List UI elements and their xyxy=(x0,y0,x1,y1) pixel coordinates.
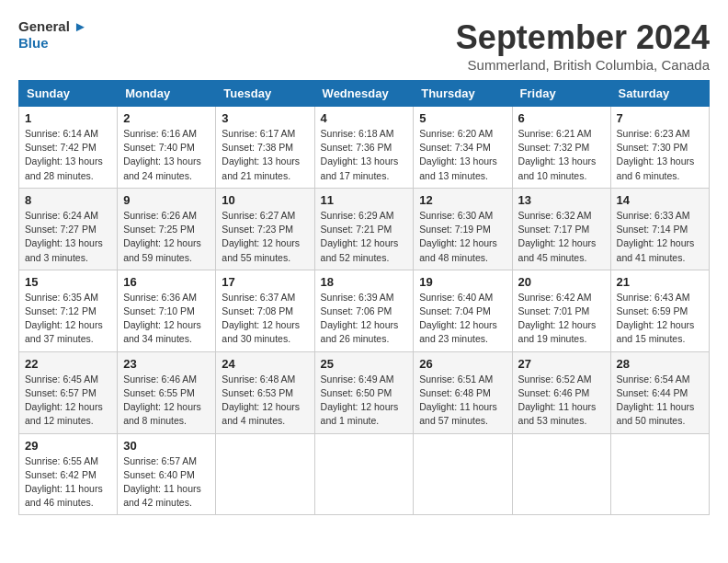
day-info: Sunrise: 6:32 AMSunset: 7:17 PMDaylight:… xyxy=(518,209,605,265)
day-info: Sunrise: 6:54 AMSunset: 6:44 PMDaylight:… xyxy=(617,373,703,429)
day-info: Sunrise: 6:57 AMSunset: 6:40 PMDaylight:… xyxy=(123,454,210,511)
day-info: Sunrise: 6:29 AMSunset: 7:21 PMDaylight:… xyxy=(321,209,408,265)
day-number: 1 xyxy=(25,111,111,125)
col-header-thursday: Thursday xyxy=(414,81,512,107)
calendar-cell: 12Sunrise: 6:30 AMSunset: 7:19 PMDayligh… xyxy=(414,188,512,270)
calendar-cell: 18Sunrise: 6:39 AMSunset: 7:06 PMDayligh… xyxy=(314,270,414,351)
calendar-cell: 20Sunrise: 6:42 AMSunset: 7:01 PMDayligh… xyxy=(512,270,610,351)
calendar-cell: 15Sunrise: 6:35 AMSunset: 7:12 PMDayligh… xyxy=(19,270,118,351)
day-info: Sunrise: 6:37 AMSunset: 7:08 PMDaylight:… xyxy=(222,291,308,347)
day-info: Sunrise: 6:23 AMSunset: 7:30 PMDaylight:… xyxy=(617,127,703,183)
logo-text: General ► Blue xyxy=(18,18,87,52)
day-number: 29 xyxy=(25,439,111,453)
col-header-sunday: Sunday xyxy=(19,81,118,107)
calendar-cell: 23Sunrise: 6:46 AMSunset: 6:55 PMDayligh… xyxy=(118,351,216,433)
calendar-cell: 22Sunrise: 6:45 AMSunset: 6:57 PMDayligh… xyxy=(19,351,118,433)
day-number: 24 xyxy=(222,357,308,371)
day-number: 25 xyxy=(321,357,408,371)
calendar-cell: 13Sunrise: 6:32 AMSunset: 7:17 PMDayligh… xyxy=(512,188,610,270)
day-number: 17 xyxy=(222,275,308,289)
title-block: September 2024 Summerland, British Colum… xyxy=(456,18,710,73)
day-number: 4 xyxy=(321,111,408,125)
day-info: Sunrise: 6:46 AMSunset: 6:55 PMDaylight:… xyxy=(123,373,210,429)
day-number: 5 xyxy=(419,111,506,125)
day-number: 9 xyxy=(123,193,210,207)
calendar-cell: 7Sunrise: 6:23 AMSunset: 7:30 PMDaylight… xyxy=(610,107,709,189)
calendar-cell: 25Sunrise: 6:49 AMSunset: 6:50 PMDayligh… xyxy=(314,351,414,433)
day-info: Sunrise: 6:20 AMSunset: 7:34 PMDaylight:… xyxy=(419,127,506,183)
location-subtitle: Summerland, British Columbia, Canada xyxy=(456,57,710,73)
calendar-cell: 27Sunrise: 6:52 AMSunset: 6:46 PMDayligh… xyxy=(512,351,610,433)
day-info: Sunrise: 6:52 AMSunset: 6:46 PMDaylight:… xyxy=(518,373,605,429)
day-info: Sunrise: 6:55 AMSunset: 6:42 PMDaylight:… xyxy=(25,454,111,511)
day-number: 18 xyxy=(321,275,408,289)
col-header-monday: Monday xyxy=(118,81,216,107)
day-info: Sunrise: 6:17 AMSunset: 7:38 PMDaylight:… xyxy=(222,127,308,183)
day-number: 8 xyxy=(25,193,111,207)
logo: General ► Blue xyxy=(18,18,87,52)
calendar-cell: 8Sunrise: 6:24 AMSunset: 7:27 PMDaylight… xyxy=(19,188,118,270)
day-info: Sunrise: 6:21 AMSunset: 7:32 PMDaylight:… xyxy=(518,127,605,183)
day-info: Sunrise: 6:33 AMSunset: 7:14 PMDaylight:… xyxy=(617,209,703,265)
calendar-cell: 17Sunrise: 6:37 AMSunset: 7:08 PMDayligh… xyxy=(216,270,314,351)
calendar-cell xyxy=(216,433,314,515)
day-number: 2 xyxy=(123,111,210,125)
calendar-cell: 6Sunrise: 6:21 AMSunset: 7:32 PMDaylight… xyxy=(512,107,610,189)
month-title: September 2024 xyxy=(456,18,710,57)
day-info: Sunrise: 6:27 AMSunset: 7:23 PMDaylight:… xyxy=(222,209,308,265)
calendar-cell: 30Sunrise: 6:57 AMSunset: 6:40 PMDayligh… xyxy=(118,433,216,515)
calendar-cell: 28Sunrise: 6:54 AMSunset: 6:44 PMDayligh… xyxy=(610,351,709,433)
day-number: 12 xyxy=(419,193,506,207)
day-number: 27 xyxy=(518,357,605,371)
calendar-cell: 10Sunrise: 6:27 AMSunset: 7:23 PMDayligh… xyxy=(216,188,314,270)
day-number: 13 xyxy=(518,193,605,207)
calendar-cell: 9Sunrise: 6:26 AMSunset: 7:25 PMDaylight… xyxy=(118,188,216,270)
day-number: 14 xyxy=(617,193,703,207)
page-header: General ► Blue September 2024 Summerland… xyxy=(18,18,710,73)
calendar-table: SundayMondayTuesdayWednesdayThursdayFrid… xyxy=(18,80,710,515)
calendar-cell: 1Sunrise: 6:14 AMSunset: 7:42 PMDaylight… xyxy=(19,107,118,189)
col-header-wednesday: Wednesday xyxy=(314,81,414,107)
day-info: Sunrise: 6:45 AMSunset: 6:57 PMDaylight:… xyxy=(25,373,111,429)
calendar-cell: 14Sunrise: 6:33 AMSunset: 7:14 PMDayligh… xyxy=(610,188,709,270)
day-number: 23 xyxy=(123,357,210,371)
day-info: Sunrise: 6:51 AMSunset: 6:48 PMDaylight:… xyxy=(419,373,506,429)
calendar-cell: 11Sunrise: 6:29 AMSunset: 7:21 PMDayligh… xyxy=(314,188,414,270)
day-number: 28 xyxy=(617,357,703,371)
col-header-tuesday: Tuesday xyxy=(216,81,314,107)
day-info: Sunrise: 6:35 AMSunset: 7:12 PMDaylight:… xyxy=(25,291,111,347)
day-number: 30 xyxy=(123,439,210,453)
day-info: Sunrise: 6:26 AMSunset: 7:25 PMDaylight:… xyxy=(123,209,210,265)
day-number: 16 xyxy=(123,275,210,289)
day-info: Sunrise: 6:30 AMSunset: 7:19 PMDaylight:… xyxy=(419,209,506,265)
day-number: 20 xyxy=(518,275,605,289)
calendar-cell: 29Sunrise: 6:55 AMSunset: 6:42 PMDayligh… xyxy=(19,433,118,515)
calendar-cell: 21Sunrise: 6:43 AMSunset: 6:59 PMDayligh… xyxy=(610,270,709,351)
day-info: Sunrise: 6:49 AMSunset: 6:50 PMDaylight:… xyxy=(321,373,408,429)
calendar-cell: 16Sunrise: 6:36 AMSunset: 7:10 PMDayligh… xyxy=(118,270,216,351)
calendar-cell xyxy=(610,433,709,515)
day-number: 11 xyxy=(321,193,408,207)
day-number: 10 xyxy=(222,193,308,207)
calendar-cell xyxy=(314,433,414,515)
calendar-cell xyxy=(414,433,512,515)
day-info: Sunrise: 6:24 AMSunset: 7:27 PMDaylight:… xyxy=(25,209,111,265)
day-number: 3 xyxy=(222,111,308,125)
day-info: Sunrise: 6:48 AMSunset: 6:53 PMDaylight:… xyxy=(222,373,308,429)
day-info: Sunrise: 6:36 AMSunset: 7:10 PMDaylight:… xyxy=(123,291,210,347)
calendar-cell: 26Sunrise: 6:51 AMSunset: 6:48 PMDayligh… xyxy=(414,351,512,433)
day-info: Sunrise: 6:42 AMSunset: 7:01 PMDaylight:… xyxy=(518,291,605,347)
calendar-cell: 19Sunrise: 6:40 AMSunset: 7:04 PMDayligh… xyxy=(414,270,512,351)
calendar-cell: 2Sunrise: 6:16 AMSunset: 7:40 PMDaylight… xyxy=(118,107,216,189)
day-number: 21 xyxy=(617,275,703,289)
calendar-cell: 4Sunrise: 6:18 AMSunset: 7:36 PMDaylight… xyxy=(314,107,414,189)
day-number: 22 xyxy=(25,357,111,371)
calendar-cell: 5Sunrise: 6:20 AMSunset: 7:34 PMDaylight… xyxy=(414,107,512,189)
day-info: Sunrise: 6:40 AMSunset: 7:04 PMDaylight:… xyxy=(419,291,506,347)
day-info: Sunrise: 6:18 AMSunset: 7:36 PMDaylight:… xyxy=(321,127,408,183)
day-number: 15 xyxy=(25,275,111,289)
col-header-saturday: Saturday xyxy=(610,81,709,107)
col-header-friday: Friday xyxy=(512,81,610,107)
day-number: 26 xyxy=(419,357,506,371)
calendar-cell xyxy=(512,433,610,515)
